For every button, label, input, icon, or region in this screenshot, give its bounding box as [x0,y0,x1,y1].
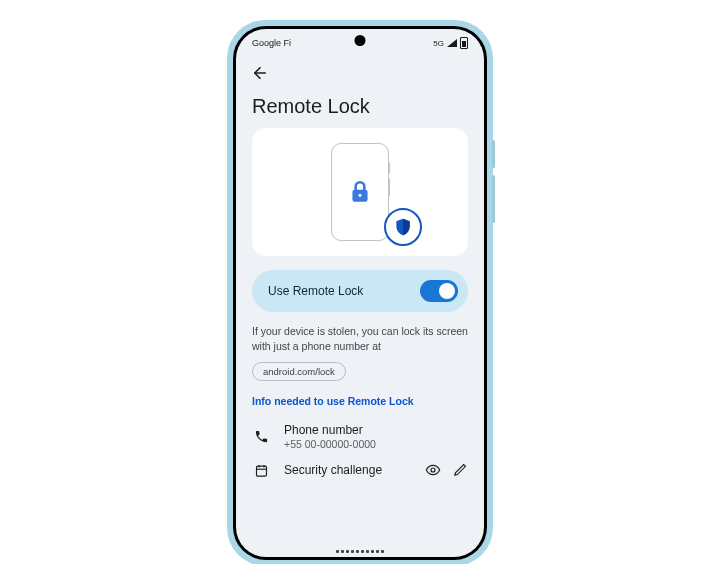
lock-icon [347,179,373,205]
page-title: Remote Lock [252,95,468,118]
use-remote-lock-toggle-row[interactable]: Use Remote Lock [252,270,468,312]
battery-icon [460,37,468,49]
back-button[interactable] [248,61,272,85]
carrier-label: Google Fi [252,38,291,48]
shield-badge [384,208,422,246]
phone-icon [254,429,269,444]
status-bar: Google Fi 5G [236,29,484,55]
shield-icon [393,217,413,237]
hero-illustration [252,128,468,256]
edit-icon[interactable] [453,462,468,477]
eye-icon[interactable] [425,462,441,478]
network-label: 5G [433,39,444,48]
phone-number-title: Phone number [284,423,468,437]
description-text: If your device is stolen, you can lock i… [252,324,468,354]
toggle-switch[interactable] [420,280,458,302]
svg-rect-3 [256,466,266,476]
url-chip[interactable]: android.com/lock [252,362,346,381]
hero-phone-outline [331,143,389,241]
phone-number-row[interactable]: Phone number +55 00-00000-0000 [252,417,468,456]
screen: Google Fi 5G Remote Lock [236,29,484,557]
arrow-left-icon [251,64,269,82]
toggle-label: Use Remote Lock [268,284,363,298]
calendar-icon [254,463,269,478]
signal-icon [447,39,457,47]
security-challenge-row[interactable]: Security challenge [252,456,468,484]
svg-point-7 [431,468,435,472]
device-frame: Google Fi 5G Remote Lock [227,20,493,564]
svg-point-2 [358,194,361,197]
phone-number-value: +55 00-00000-0000 [284,438,468,450]
security-challenge-title: Security challenge [284,463,411,477]
home-indicator [336,550,384,553]
section-header: Info needed to use Remote Lock [252,395,468,407]
